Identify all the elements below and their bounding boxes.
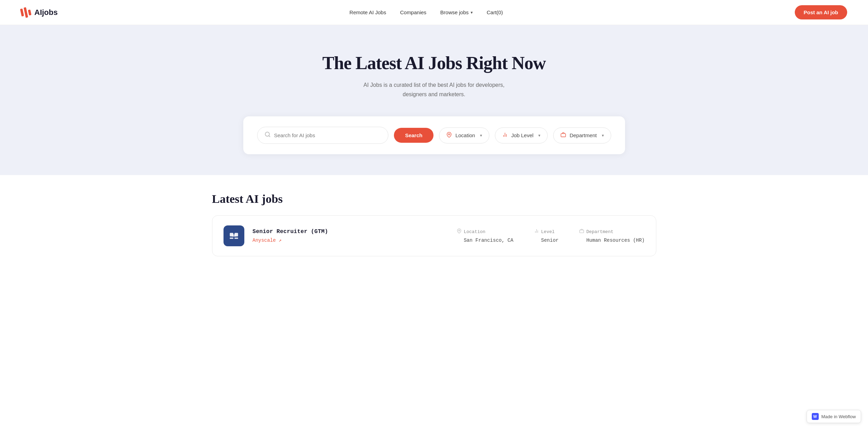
level-chevron-icon: ▾ xyxy=(538,133,540,138)
job-title: Senior Recruiter (GTM) xyxy=(253,229,328,235)
location-chevron-icon: ▾ xyxy=(480,133,482,138)
hero-headline: The Latest AI Jobs Right Now xyxy=(21,53,847,73)
hero-subtext: AI Jobs is a curated list of the best AI… xyxy=(351,80,517,99)
table-row[interactable]: Senior Recruiter (GTM) Anyscale ↗ Locati… xyxy=(212,215,656,256)
logo-text: AIjobs xyxy=(34,8,58,17)
logo-icon xyxy=(21,7,31,18)
level-icon xyxy=(502,132,508,139)
job-left: Senior Recruiter (GTM) Anyscale ↗ xyxy=(224,225,328,246)
svg-rect-11 xyxy=(234,238,238,239)
level-meta-icon xyxy=(534,229,539,235)
level-meta: Level Senior xyxy=(534,229,558,243)
department-meta-icon xyxy=(579,229,584,235)
search-input-wrap[interactable] xyxy=(257,127,389,144)
hero-section: The Latest AI Jobs Right Now AI Jobs is … xyxy=(0,25,868,175)
svg-rect-17 xyxy=(580,230,584,233)
latest-jobs-title: Latest AI jobs xyxy=(212,192,656,206)
logo-link[interactable]: AIjobs xyxy=(21,7,58,18)
department-value: Human Resources (HR) xyxy=(579,238,644,243)
job-right: Location San Francisco, CA Level Senior xyxy=(457,229,644,243)
search-icon xyxy=(264,131,271,139)
location-icon xyxy=(446,132,452,139)
job-level-filter[interactable]: Job Level ▾ xyxy=(495,127,548,143)
search-bar: Search Location ▾ Job Level ▾ xyxy=(257,127,611,144)
nav-item-remote[interactable]: Remote AI Jobs xyxy=(349,9,386,16)
nav-link-browse[interactable]: Browse jobs xyxy=(440,9,469,15)
svg-point-2 xyxy=(448,134,450,135)
job-info: Senior Recruiter (GTM) Anyscale ↗ xyxy=(253,229,328,243)
svg-rect-10 xyxy=(230,238,233,239)
svg-rect-12 xyxy=(232,234,235,237)
search-container: Search Location ▾ Job Level ▾ xyxy=(243,116,625,154)
department-filter[interactable]: Department ▾ xyxy=(553,127,611,143)
navbar: AIjobs Remote AI Jobs Companies Browse j… xyxy=(0,0,868,25)
department-icon xyxy=(561,132,566,139)
level-label: Level xyxy=(534,229,558,235)
nav-item-companies[interactable]: Companies xyxy=(400,9,427,16)
location-value: San Francisco, CA xyxy=(457,238,513,243)
department-label: Department xyxy=(579,229,644,235)
webflow-logo: W xyxy=(812,413,819,420)
location-meta-icon xyxy=(457,229,462,235)
department-chevron-icon: ▾ xyxy=(602,133,604,138)
search-input[interactable] xyxy=(274,132,381,138)
job-level-filter-label: Job Level xyxy=(511,132,533,138)
webflow-label: Made in Webflow xyxy=(821,414,856,419)
department-meta: Department Human Resources (HR) xyxy=(579,229,644,243)
nav-item-cart[interactable]: Cart(0) xyxy=(487,9,503,16)
location-meta: Location San Francisco, CA xyxy=(457,229,513,243)
nav-links: Remote AI Jobs Companies Browse jobs ▾ C… xyxy=(349,9,503,16)
latest-jobs-section: Latest AI jobs Senior Recruiter (GTM) An… xyxy=(191,175,677,279)
nav-link-companies[interactable]: Companies xyxy=(400,9,427,15)
company-link[interactable]: Anyscale ↗ xyxy=(253,238,282,243)
webflow-badge: W Made in Webflow xyxy=(807,410,861,423)
nav-link-cart[interactable]: Cart(0) xyxy=(487,9,503,15)
svg-point-13 xyxy=(458,230,460,231)
search-button[interactable]: Search xyxy=(394,128,433,143)
location-filter-label: Location xyxy=(455,132,475,138)
location-filter[interactable]: Location ▾ xyxy=(439,127,489,143)
location-label: Location xyxy=(457,229,513,235)
department-filter-label: Department xyxy=(570,132,597,138)
company-logo xyxy=(224,225,244,246)
post-job-button[interactable]: Post an AI job xyxy=(795,5,847,19)
browse-chevron-icon: ▾ xyxy=(471,10,473,15)
svg-line-1 xyxy=(269,136,270,137)
nav-item-browse[interactable]: Browse jobs ▾ xyxy=(440,9,473,15)
level-value: Senior xyxy=(534,238,558,243)
nav-link-remote[interactable]: Remote AI Jobs xyxy=(349,9,386,15)
svg-rect-6 xyxy=(561,134,565,137)
